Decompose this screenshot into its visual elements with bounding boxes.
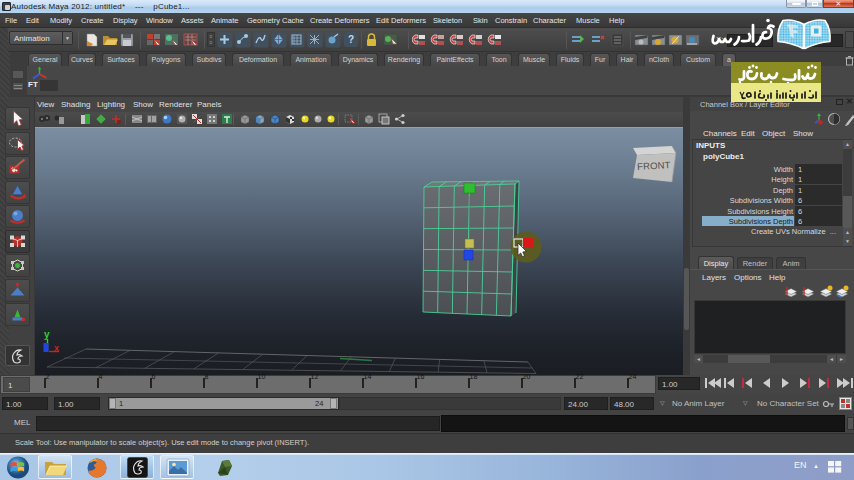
svg-text:FRONT: FRONT <box>637 159 671 172</box>
svg-text:y: y <box>44 329 50 340</box>
